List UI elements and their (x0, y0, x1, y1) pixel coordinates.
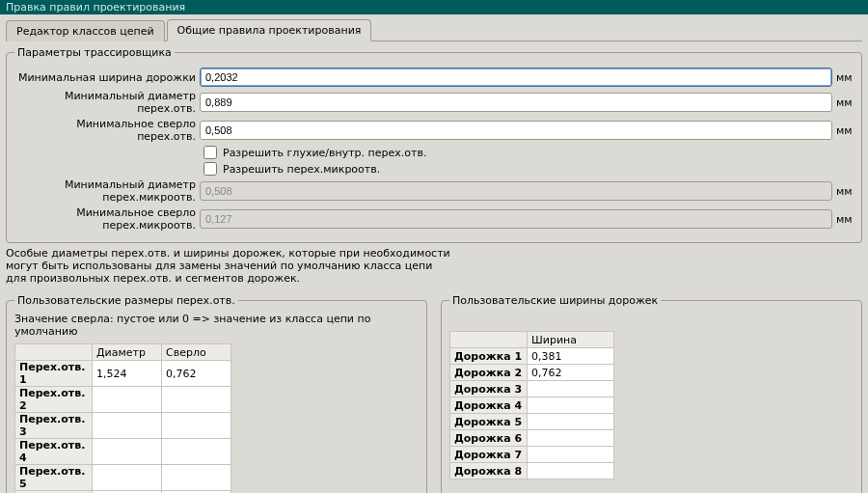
track-row-head[interactable]: Дорожка 2 (450, 365, 528, 381)
track-cell-width[interactable] (528, 430, 614, 447)
row-min-via-drill: Минимальное сверло перех.отв. мм (14, 118, 854, 143)
via-cell-diameter[interactable] (93, 465, 162, 491)
router-params-legend: Параметры трассировщика (14, 46, 175, 59)
table-row: Перех.отв. 5 (15, 465, 231, 491)
unit-mm: мм (832, 185, 854, 198)
input-min-via-diameter[interactable] (200, 93, 832, 112)
track-cell-width[interactable] (528, 447, 614, 463)
custom-via-sizes-group: Пользовательские размеры перех.отв. Знач… (6, 294, 427, 493)
via-sizes-table: Диаметр Сверло Перех.отв. 11,5240,762Пер… (14, 343, 231, 493)
table-row: Дорожка 6 (450, 430, 614, 447)
track-hint-spacer (449, 313, 854, 325)
track-cell-width[interactable] (528, 397, 614, 414)
row-min-uvia-drill: Минимальное сверло перех.микроотв. мм (14, 206, 854, 232)
track-row-head[interactable]: Дорожка 3 (450, 381, 528, 397)
via-cell-diameter[interactable] (93, 439, 162, 465)
table-row: Перех.отв. 2 (15, 387, 231, 413)
label-min-via-diameter: Минимальный диаметр перех.отв. (14, 90, 200, 115)
track-row-head[interactable]: Дорожка 5 (450, 414, 528, 430)
label-min-track-width: Минимальная ширина дорожки (14, 71, 200, 84)
info-line-1: Особые диаметры перех.отв. и ширины доро… (6, 247, 450, 260)
via-cell-drill[interactable]: 0,762 (162, 361, 231, 387)
via-cell-drill[interactable] (162, 387, 231, 413)
custom-track-widths-legend: Пользовательские ширины дорожек (449, 294, 661, 307)
track-row-head[interactable]: Дорожка 6 (450, 430, 528, 447)
checkbox-allow-blind-vias[interactable] (203, 146, 217, 159)
label-allow-blind-vias: Разрешить глухие/внутр. перех.отв. (223, 147, 426, 159)
via-row-head[interactable]: Перех.отв. 2 (15, 387, 93, 413)
track-cell-width[interactable]: 0,381 (528, 348, 614, 365)
unit-mm: мм (832, 71, 854, 84)
track-cell-width[interactable]: 0,762 (528, 365, 614, 381)
table-row: Дорожка 8 (450, 463, 614, 479)
track-widths-table: Ширина Дорожка 10,381Дорожка 20,762Дорож… (449, 331, 614, 479)
info-line-2: могут быть использованы для замены значе… (6, 260, 432, 272)
via-cell-diameter[interactable] (93, 387, 162, 413)
via-cell-drill[interactable] (162, 465, 231, 491)
tab-general-rules[interactable]: Общие правила проектирования (167, 19, 372, 41)
track-row-head[interactable]: Дорожка 4 (450, 397, 528, 414)
via-table-corner (15, 344, 93, 361)
input-min-via-drill[interactable] (200, 121, 832, 140)
track-row-head[interactable]: Дорожка 8 (450, 463, 528, 479)
info-text: Особые диаметры перех.отв. и ширины доро… (6, 247, 862, 285)
input-min-uvia-diameter (200, 181, 832, 201)
table-row: Перех.отв. 3 (15, 413, 231, 439)
label-allow-microvias: Разрешить перех.микроотв. (223, 163, 380, 176)
unit-mm: мм (832, 124, 854, 137)
via-row-head[interactable]: Перех.отв. 5 (15, 465, 93, 491)
custom-track-widths-group: Пользовательские ширины дорожек Ширина Д… (441, 294, 862, 493)
via-row-head[interactable]: Перех.отв. 1 (15, 361, 93, 387)
table-row: Дорожка 7 (450, 447, 614, 463)
table-row: Дорожка 3 (450, 381, 614, 397)
table-row: Дорожка 5 (450, 414, 614, 430)
table-row: Перех.отв. 4 (15, 439, 231, 465)
window-title: Правка правил проектирования (6, 1, 185, 14)
unit-mm: мм (832, 96, 854, 109)
track-row-head[interactable]: Дорожка 1 (450, 348, 528, 365)
label-min-uvia-diameter: Минимальный диаметр перех.микроотв. (14, 178, 200, 204)
via-cell-drill[interactable] (162, 413, 231, 439)
track-cell-width[interactable] (528, 381, 614, 397)
via-drill-hint: Значение сверла: пустое или 0 => значени… (14, 313, 419, 338)
track-table-corner (450, 332, 528, 348)
via-row-head[interactable]: Перех.отв. 4 (15, 439, 93, 465)
track-row-head[interactable]: Дорожка 7 (450, 447, 528, 463)
label-min-via-drill: Минимальное сверло перех.отв. (14, 118, 200, 143)
custom-sizes-columns: Пользовательские размеры перех.отв. Знач… (6, 288, 862, 493)
row-min-track-width: Минимальная ширина дорожки мм (14, 68, 854, 87)
row-allow-micro: Разрешить перех.микроотв. (203, 162, 854, 176)
tab-bar: Редактор классов цепей Общие правила про… (6, 18, 862, 41)
track-col-width[interactable]: Ширина (528, 332, 614, 348)
info-line-3: для произвольных перех.отв. и сегментов … (6, 272, 300, 285)
via-cell-diameter[interactable]: 1,524 (93, 361, 162, 387)
row-allow-blind: Разрешить глухие/внутр. перех.отв. (203, 146, 854, 159)
via-cell-drill[interactable] (162, 439, 231, 465)
checkbox-allow-microvias[interactable] (203, 162, 217, 176)
window-titlebar: Правка правил проектирования (0, 0, 868, 14)
table-row: Перех.отв. 11,5240,762 (15, 361, 231, 387)
router-params-group: Параметры трассировщика Минимальная шири… (6, 46, 862, 243)
via-col-diameter[interactable]: Диаметр (93, 344, 162, 361)
unit-mm: мм (832, 213, 854, 226)
input-min-track-width[interactable] (200, 68, 832, 87)
row-min-uvia-diameter: Минимальный диаметр перех.микроотв. мм (14, 178, 854, 204)
table-row: Дорожка 4 (450, 397, 614, 414)
track-cell-width[interactable] (528, 414, 614, 430)
label-min-uvia-drill: Минимальное сверло перех.микроотв. (14, 206, 200, 232)
track-cell-width[interactable] (528, 463, 614, 479)
via-row-head[interactable]: Перех.отв. 3 (15, 413, 93, 439)
tab-netclass-editor[interactable]: Редактор классов цепей (6, 20, 165, 41)
dialog-body: Редактор классов цепей Общие правила про… (0, 14, 868, 493)
input-min-uvia-drill (200, 209, 832, 229)
row-min-via-diameter: Минимальный диаметр перех.отв. мм (14, 90, 854, 115)
via-cell-diameter[interactable] (93, 413, 162, 439)
table-row: Дорожка 20,762 (450, 365, 614, 381)
via-col-drill[interactable]: Сверло (162, 344, 231, 361)
custom-via-sizes-legend: Пользовательские размеры перех.отв. (14, 294, 238, 307)
table-row: Дорожка 10,381 (450, 348, 614, 365)
